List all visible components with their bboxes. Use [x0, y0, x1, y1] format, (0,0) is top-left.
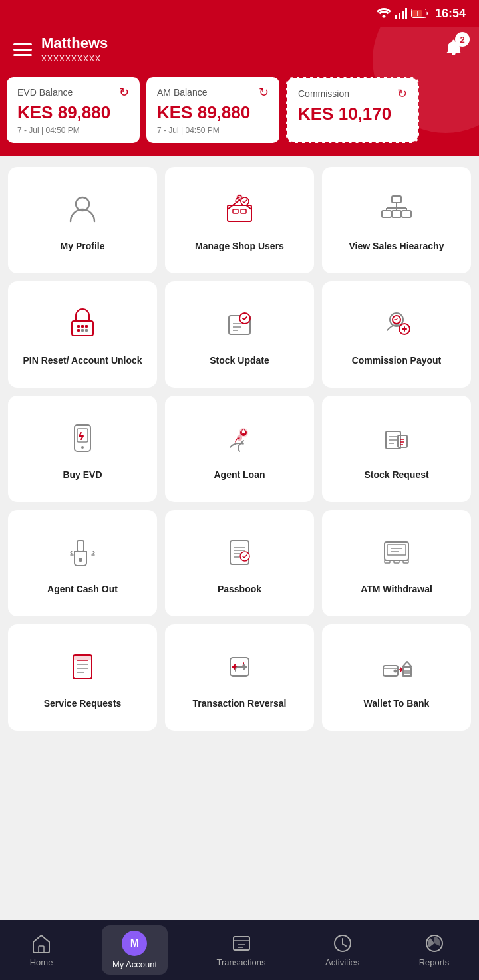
notification-button[interactable]: 2 [442, 36, 466, 62]
stock-request-item[interactable]: Stock Request [322, 396, 471, 502]
stock-request-label: Stock Request [364, 469, 428, 481]
svg-rect-52 [77, 541, 84, 551]
pin-reset-label: PIN Reset/ Account Unlock [23, 354, 142, 366]
service-requests-icon [64, 648, 101, 688]
svg-rect-29 [85, 329, 88, 332]
wifi-icon [377, 8, 391, 19]
commission-balance-label: Commission ↻ [298, 86, 407, 101]
commission-balance-card: Commission ↻ KES 10,170 [286, 77, 419, 143]
svg-rect-82 [234, 937, 249, 950]
agent-cash-out-item[interactable]: Agent Cash Out [8, 510, 157, 616]
svg-rect-28 [81, 329, 84, 332]
transaction-reversal-icon [221, 648, 258, 688]
service-requests-label: Service Requests [44, 697, 122, 709]
battery-icon [411, 9, 428, 18]
view-sales-hierarchy-item[interactable]: View Sales Hiearachy [322, 167, 471, 273]
buy-evd-icon [64, 420, 101, 459]
svg-rect-64 [403, 560, 408, 563]
svg-rect-2 [402, 11, 404, 19]
svg-rect-23 [72, 321, 93, 336]
pin-reset-icon [64, 305, 101, 345]
atm-withdrawal-item[interactable]: ATM Withdrawal [322, 510, 471, 616]
header-user-info: Matthews xxxxxxxxxx [41, 35, 108, 64]
my-profile-item[interactable]: My Profile [8, 167, 157, 273]
nav-my-account[interactable]: M My Account [102, 925, 168, 975]
commission-payout-item[interactable]: Commission Payout [322, 281, 471, 388]
transaction-reversal-label: Transaction Reversal [193, 697, 287, 709]
svg-rect-25 [81, 325, 84, 328]
svg-point-75 [394, 669, 397, 672]
svg-rect-45 [398, 435, 407, 447]
commission-payout-icon [378, 305, 415, 345]
buy-evd-item[interactable]: Buy EVD [8, 396, 157, 502]
manage-shop-users-label: Manage Shop Users [195, 240, 284, 252]
transactions-icon [231, 933, 252, 954]
commission-refresh-icon[interactable]: ↻ [397, 86, 407, 101]
evd-balance-amount: KES 89,880 [17, 102, 129, 123]
svg-rect-1 [399, 13, 400, 19]
atm-withdrawal-icon [378, 534, 415, 574]
reports-icon [424, 933, 445, 954]
svg-rect-72 [73, 655, 92, 660]
nav-home[interactable]: Home [19, 927, 64, 973]
pin-reset-item[interactable]: PIN Reset/ Account Unlock [8, 281, 157, 388]
wallet-to-bank-label: Wallet To Bank [364, 697, 430, 709]
svg-rect-15 [382, 211, 391, 217]
svg-rect-81 [39, 946, 44, 953]
nav-reports[interactable]: Reports [408, 927, 460, 973]
agent-loan-item[interactable]: Agent Loan [165, 396, 314, 502]
nav-my-account-label: My Account [112, 959, 157, 969]
am-balance-label: AM Balance ↻ [157, 85, 269, 100]
svg-rect-9 [233, 209, 238, 213]
manage-shop-users-icon [221, 191, 258, 231]
am-balance-amount: KES 89,880 [157, 102, 269, 123]
evd-balance-card: EVD Balance ↻ KES 89,880 7 - Jul | 04:50… [7, 77, 140, 143]
notification-badge: 2 [455, 32, 470, 47]
svg-rect-61 [387, 545, 406, 555]
wallet-to-bank-icon [378, 648, 415, 688]
bottom-navigation: Home M My Account Transactions Activitie… [0, 920, 479, 980]
home-icon [31, 933, 52, 954]
passbook-label: Passbook [218, 583, 261, 595]
svg-rect-53 [79, 558, 82, 562]
user-name: Matthews [41, 35, 108, 52]
stock-update-icon [221, 305, 258, 345]
nav-activities-label: Activities [325, 957, 359, 967]
svg-rect-3 [405, 8, 407, 19]
svg-rect-5 [412, 10, 422, 17]
nav-activities[interactable]: Activities [315, 927, 370, 973]
menu-grid: My Profile Manage Shop Users [0, 156, 479, 741]
passbook-item[interactable]: Passbook [165, 510, 314, 616]
agent-cash-out-icon [64, 534, 101, 574]
svg-rect-17 [402, 211, 411, 217]
hamburger-menu[interactable] [13, 43, 32, 56]
status-time: 16:54 [435, 7, 466, 21]
svg-rect-26 [85, 325, 88, 328]
nav-reports-label: Reports [419, 957, 450, 967]
am-refresh-icon[interactable]: ↻ [259, 85, 269, 100]
service-requests-item[interactable]: Service Requests [8, 624, 157, 731]
app-header: Matthews xxxxxxxxxx 2 [0, 27, 479, 77]
commission-payout-label: Commission Payout [352, 354, 442, 366]
view-sales-hierarchy-icon [378, 191, 415, 231]
svg-rect-8 [228, 205, 251, 221]
stock-update-label: Stock Update [210, 354, 269, 366]
nav-home-label: Home [30, 957, 53, 967]
manage-shop-users-item[interactable]: Manage Shop Users [165, 167, 314, 273]
wallet-to-bank-item[interactable]: Wallet To Bank [322, 624, 471, 731]
am-balance-time: 7 - Jul | 04:50 PM [157, 126, 269, 135]
user-id: xxxxxxxxxx [41, 52, 108, 64]
svg-rect-63 [394, 560, 399, 563]
nav-transactions[interactable]: Transactions [206, 927, 277, 973]
stock-request-icon [378, 420, 415, 459]
am-balance-card: AM Balance ↻ KES 89,880 7 - Jul | 04:50 … [146, 77, 279, 143]
svg-rect-16 [392, 211, 401, 217]
svg-rect-24 [77, 325, 80, 328]
transaction-reversal-item[interactable]: Transaction Reversal [165, 624, 314, 731]
stock-update-item[interactable]: Stock Update [165, 281, 314, 388]
agent-loan-label: Agent Loan [214, 469, 265, 481]
svg-point-40 [81, 446, 84, 449]
balance-area: EVD Balance ↻ KES 89,880 7 - Jul | 04:50… [0, 77, 479, 156]
evd-refresh-icon[interactable]: ↻ [119, 85, 129, 100]
nav-account-avatar: M [122, 931, 147, 956]
